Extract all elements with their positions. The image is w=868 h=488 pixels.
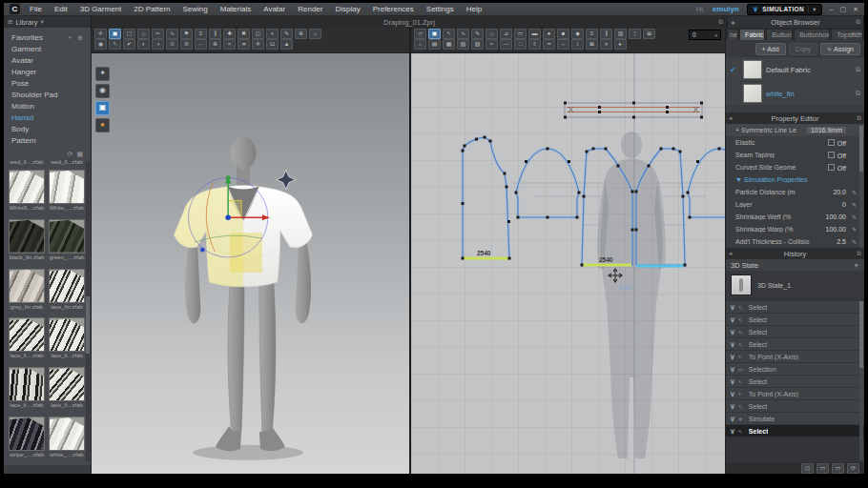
fabric-library-item[interactable]: lace_fi....zfab <box>9 317 45 364</box>
property-value[interactable]: Off <box>828 139 846 147</box>
light-icon[interactable]: ⊙ <box>166 39 178 50</box>
avatar-display-icon[interactable]: ◉ <box>94 39 107 50</box>
fabric-library-item[interactable]: lace_fi...zfab <box>49 317 85 364</box>
zoom-tool-icon[interactable]: ⊕ <box>295 29 307 39</box>
window-control-button[interactable]: ✕ <box>853 6 858 13</box>
fabric-swatch[interactable] <box>743 60 762 79</box>
move-compass-icon[interactable] <box>277 171 296 190</box>
grading-icon[interactable]: ▥ <box>614 29 627 39</box>
edit-point-icon[interactable]: ↖ <box>443 29 455 39</box>
measure-height-icon[interactable]: ↕ <box>571 39 584 50</box>
detach-window-icon[interactable]: ⧉ <box>718 18 723 26</box>
library-item-avatar[interactable]: Avatar <box>4 55 91 67</box>
render-style-icon[interactable]: ✦ <box>95 67 110 81</box>
fabric-library-item[interactable]: lace_fi...zfab <box>49 367 85 414</box>
menu-item[interactable]: 3D Garment <box>80 5 122 13</box>
cut-tool-icon[interactable]: ✂ <box>152 29 164 39</box>
collapse-panel-icon[interactable]: ◂ <box>729 250 732 257</box>
history-view-list-icon[interactable]: ▭ <box>816 463 829 474</box>
tab-button[interactable]: Button <box>766 29 793 40</box>
scrollbar-thumb[interactable] <box>859 126 863 172</box>
window-control-button[interactable]: – <box>830 6 834 13</box>
scale-icon[interactable]: ∝ <box>600 39 612 50</box>
history-state-thumbnail-row[interactable]: 3D State_1 <box>726 271 864 299</box>
collapse-panel-icon[interactable]: ◂ <box>729 114 732 122</box>
library-view-toggle-icon[interactable]: ▦ <box>76 151 83 158</box>
menu-item[interactable]: File <box>30 5 42 13</box>
library-item-garment[interactable]: Garment <box>4 44 91 55</box>
gizmo-blue-point[interactable] <box>200 248 205 253</box>
box-select-tool-icon[interactable]: ▢ <box>123 29 135 39</box>
fabric-list-row[interactable]: white_fin ⧉ <box>726 82 864 105</box>
window-control-button[interactable]: ▢ <box>840 6 847 13</box>
fabric-library-item[interactable]: stripe_....zfab <box>9 417 45 463</box>
copy-fabric-button[interactable]: Copy <box>789 43 817 55</box>
more-tools-icon[interactable]: ▸ <box>614 39 627 50</box>
assign-fabric-button[interactable]: ✎Assign <box>820 43 860 55</box>
collapse-panel-icon[interactable]: ◂ <box>731 18 734 27</box>
library-panel-header[interactable]: ⊞ Library ▾ <box>4 16 92 28</box>
menu-item[interactable]: Render <box>298 5 322 13</box>
edit-pencil-icon[interactable]: ✎ <box>849 201 857 208</box>
property-row[interactable]: Elastic Off <box>726 136 864 149</box>
property-row[interactable]: ▼ Simulation Properties <box>726 173 864 186</box>
property-value[interactable]: 100.00 <box>826 226 846 233</box>
sewing-machine-icon[interactable]: ⌂ <box>414 39 426 50</box>
history-item[interactable]: ∨ ▭ Selection <box>726 363 864 375</box>
arrow-tool-icon[interactable]: ← <box>195 39 207 50</box>
filter-icon[interactable]: ▼ <box>854 262 859 269</box>
seam-allowance-icon[interactable]: ∥ <box>600 29 612 39</box>
elastic-icon[interactable]: ≈ <box>486 39 498 50</box>
add-point-icon[interactable]: ✎ <box>471 29 484 39</box>
history-item[interactable]: ∨ ⌖ To Point (X-Axis) <box>726 388 864 399</box>
neckband-pattern[interactable] <box>564 102 703 119</box>
scrollbar-thumb[interactable] <box>859 301 863 368</box>
history-item[interactable]: ∨ ↖ Select <box>726 400 864 412</box>
add-pin-icon[interactable]: ⊕ <box>209 39 221 50</box>
detach-panel-icon[interactable]: ⧉ <box>857 250 861 257</box>
library-item-pattern[interactable]: Pattern <box>4 135 91 147</box>
property-row[interactable]: Seam Taping Off <box>726 149 864 161</box>
show-2d-pattern-icon[interactable]: ▣ <box>95 101 110 115</box>
property-row[interactable]: Particle Distance (m 20.0 ✎ <box>726 186 864 198</box>
property-value[interactable]: 20.0 <box>833 189 846 195</box>
select-move-tool-icon[interactable]: ▣ <box>109 29 121 39</box>
detach-panel-icon[interactable]: ⧉ <box>856 18 860 26</box>
internal-dart-icon[interactable]: ◆ <box>571 29 584 39</box>
fit-garment-icon[interactable]: ✔ <box>123 39 135 50</box>
fabric-list-row[interactable]: ✔ Default Fabric ⧉ <box>726 58 864 81</box>
fuse-icon[interactable]: ▨ <box>471 39 484 50</box>
fabric-library-item[interactable]: White_....zfab <box>49 170 85 216</box>
fabric-options-icon[interactable]: ⧉ <box>856 90 860 97</box>
frame-icon[interactable]: ⊡ <box>266 39 279 50</box>
history-item[interactable]: ∨ ↖ Select <box>726 338 864 350</box>
history-3d-state-row[interactable]: 3D State ▼ <box>726 259 864 271</box>
select-avatar-icon[interactable]: ↖ <box>109 39 121 50</box>
viewport-3d-canvas[interactable]: ✦◉▣● <box>92 53 409 474</box>
edit-pencil-icon[interactable]: ✎ <box>849 214 857 220</box>
flatten-icon[interactable]: ≃ <box>543 39 555 50</box>
property-row[interactable]: Shrinkage Warp (% 100.00 ✎ <box>726 223 864 235</box>
fabric-library-item[interactable]: lace_fin.zfab <box>49 269 85 315</box>
fabric-library-item[interactable]: grey_fin.zfab <box>9 269 45 315</box>
property-editor-header[interactable]: ◂ Property Editor ⧉ <box>726 112 864 124</box>
avatar-3d-render[interactable] <box>92 53 407 474</box>
fabric-library-item[interactable]: White5....zfab <box>9 170 45 216</box>
library-item-motion[interactable]: Motion <box>4 101 91 112</box>
curve-point-icon[interactable]: ◇ <box>486 29 498 39</box>
pattern-outline-icon[interactable]: ▤ <box>428 39 441 50</box>
history-item[interactable]: ∨ ⌖ To Point (X-Axis) <box>726 351 864 362</box>
fabric-selected-check-icon[interactable]: ✔ <box>730 66 739 74</box>
history-scrollbar[interactable] <box>859 301 863 460</box>
property-value[interactable]: Off <box>828 164 846 172</box>
gizmo-z-handle[interactable] <box>225 215 231 221</box>
object-browser-header[interactable]: ◂ Object Browser ⧉ <box>728 16 864 28</box>
edit-pencil-icon[interactable]: ✎ <box>849 189 857 195</box>
tab-fabric[interactable]: Fabric <box>739 29 765 40</box>
history-view-split-icon[interactable]: ◫ <box>801 463 814 474</box>
menu-item[interactable]: Preferences <box>373 5 414 13</box>
play-animation-icon[interactable]: ▲ <box>280 39 293 50</box>
property-value[interactable]: 0 <box>842 201 846 208</box>
measure-width-icon[interactable]: ↔ <box>557 39 569 50</box>
library-item-hanger[interactable]: Hanger <box>4 67 91 78</box>
